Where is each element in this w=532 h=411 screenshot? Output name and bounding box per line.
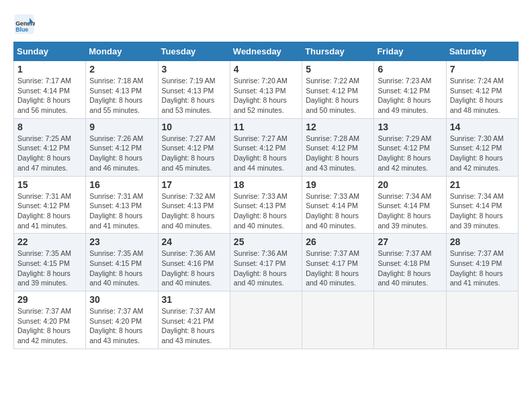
- cell-info: Sunrise: 7:27 AM Sunset: 4:12 PM Dayligh…: [162, 134, 226, 173]
- day-header-friday: Friday: [374, 42, 446, 61]
- calendar-cell: 25 Sunrise: 7:36 AM Sunset: 4:17 PM Dayl…: [230, 234, 302, 291]
- day-number: 20: [378, 179, 442, 190]
- calendar-cell: 4 Sunrise: 7:20 AM Sunset: 4:13 PM Dayli…: [230, 61, 302, 119]
- cell-info: Sunrise: 7:24 AM Sunset: 4:12 PM Dayligh…: [450, 76, 515, 116]
- logo: General Blue: [13, 13, 38, 35]
- day-number: 16: [89, 179, 154, 190]
- calendar-cell: 21 Sunrise: 7:34 AM Sunset: 4:14 PM Dayl…: [446, 176, 518, 234]
- day-number: 10: [162, 122, 226, 132]
- calendar-cell: 10 Sunrise: 7:27 AM Sunset: 4:12 PM Dayl…: [158, 118, 230, 176]
- day-header-saturday: Saturday: [446, 42, 518, 61]
- calendar-cell: 19 Sunrise: 7:33 AM Sunset: 4:14 PM Dayl…: [302, 176, 374, 234]
- day-number: 15: [17, 179, 82, 190]
- cell-info: Sunrise: 7:37 AM Sunset: 4:20 PM Dayligh…: [17, 306, 82, 346]
- cell-info: Sunrise: 7:34 AM Sunset: 4:14 PM Dayligh…: [450, 191, 515, 231]
- cell-info: Sunrise: 7:36 AM Sunset: 4:17 PM Dayligh…: [234, 248, 298, 288]
- day-number: 2: [89, 64, 154, 75]
- day-number: 3: [162, 64, 226, 75]
- day-number: 29: [17, 294, 82, 305]
- day-header-monday: Monday: [86, 42, 158, 61]
- cell-info: Sunrise: 7:25 AM Sunset: 4:12 PM Dayligh…: [17, 134, 82, 173]
- cell-info: Sunrise: 7:19 AM Sunset: 4:13 PM Dayligh…: [162, 76, 226, 116]
- calendar-cell: 16 Sunrise: 7:31 AM Sunset: 4:13 PM Dayl…: [86, 176, 158, 234]
- cell-info: Sunrise: 7:31 AM Sunset: 4:12 PM Dayligh…: [17, 191, 82, 231]
- day-number: 21: [450, 179, 515, 190]
- calendar-cell: 29 Sunrise: 7:37 AM Sunset: 4:20 PM Dayl…: [14, 291, 86, 349]
- cell-info: Sunrise: 7:35 AM Sunset: 4:15 PM Dayligh…: [89, 248, 154, 288]
- cell-info: Sunrise: 7:33 AM Sunset: 4:13 PM Dayligh…: [234, 191, 298, 231]
- day-number: 26: [306, 236, 370, 247]
- day-number: 30: [89, 294, 154, 305]
- calendar-table: SundayMondayTuesdayWednesdayThursdayFrid…: [13, 42, 519, 349]
- calendar-cell: 22 Sunrise: 7:35 AM Sunset: 4:15 PM Dayl…: [14, 234, 86, 291]
- day-header-wednesday: Wednesday: [230, 42, 302, 61]
- calendar-cell: 17 Sunrise: 7:32 AM Sunset: 4:13 PM Dayl…: [158, 176, 230, 234]
- day-number: 12: [306, 122, 370, 132]
- cell-info: Sunrise: 7:28 AM Sunset: 4:12 PM Dayligh…: [306, 134, 370, 173]
- cell-info: Sunrise: 7:32 AM Sunset: 4:13 PM Dayligh…: [162, 191, 226, 231]
- day-number: 28: [450, 236, 515, 247]
- calendar-cell: [374, 291, 446, 349]
- cell-info: Sunrise: 7:35 AM Sunset: 4:15 PM Dayligh…: [17, 248, 82, 288]
- calendar-cell: 15 Sunrise: 7:31 AM Sunset: 4:12 PM Dayl…: [14, 176, 86, 234]
- calendar-cell: 3 Sunrise: 7:19 AM Sunset: 4:13 PM Dayli…: [158, 61, 230, 119]
- day-number: 6: [378, 64, 442, 75]
- calendar-cell: 5 Sunrise: 7:22 AM Sunset: 4:12 PM Dayli…: [302, 61, 374, 119]
- logo-icon: General Blue: [13, 13, 35, 35]
- page-header: General Blue: [13, 13, 519, 35]
- calendar-week-2: 8 Sunrise: 7:25 AM Sunset: 4:12 PM Dayli…: [14, 118, 519, 176]
- cell-info: Sunrise: 7:33 AM Sunset: 4:14 PM Dayligh…: [306, 191, 370, 231]
- cell-info: Sunrise: 7:22 AM Sunset: 4:12 PM Dayligh…: [306, 76, 370, 116]
- calendar-cell: [230, 291, 302, 349]
- svg-text:Blue: Blue: [15, 26, 28, 33]
- calendar-cell: 23 Sunrise: 7:35 AM Sunset: 4:15 PM Dayl…: [86, 234, 158, 291]
- day-number: 31: [162, 294, 226, 305]
- cell-info: Sunrise: 7:23 AM Sunset: 4:12 PM Dayligh…: [378, 76, 442, 116]
- day-number: 9: [89, 122, 154, 132]
- calendar-week-1: 1 Sunrise: 7:17 AM Sunset: 4:14 PM Dayli…: [14, 61, 519, 119]
- day-number: 19: [306, 179, 370, 190]
- day-number: 4: [234, 64, 298, 75]
- calendar-cell: 24 Sunrise: 7:36 AM Sunset: 4:16 PM Dayl…: [158, 234, 230, 291]
- cell-info: Sunrise: 7:37 AM Sunset: 4:20 PM Dayligh…: [89, 306, 154, 346]
- calendar-cell: [302, 291, 374, 349]
- day-number: 18: [234, 179, 298, 190]
- cell-info: Sunrise: 7:36 AM Sunset: 4:16 PM Dayligh…: [162, 248, 226, 288]
- day-number: 1: [17, 64, 82, 75]
- day-number: 5: [306, 64, 370, 75]
- calendar-cell: 13 Sunrise: 7:29 AM Sunset: 4:12 PM Dayl…: [374, 118, 446, 176]
- calendar-cell: 1 Sunrise: 7:17 AM Sunset: 4:14 PM Dayli…: [14, 61, 86, 119]
- cell-info: Sunrise: 7:20 AM Sunset: 4:13 PM Dayligh…: [234, 76, 298, 116]
- cell-info: Sunrise: 7:26 AM Sunset: 4:12 PM Dayligh…: [89, 134, 154, 173]
- calendar-cell: 30 Sunrise: 7:37 AM Sunset: 4:20 PM Dayl…: [86, 291, 158, 349]
- calendar-cell: 8 Sunrise: 7:25 AM Sunset: 4:12 PM Dayli…: [14, 118, 86, 176]
- day-header-sunday: Sunday: [14, 42, 86, 61]
- day-number: 8: [17, 122, 82, 132]
- day-header-thursday: Thursday: [302, 42, 374, 61]
- calendar-cell: 20 Sunrise: 7:34 AM Sunset: 4:14 PM Dayl…: [374, 176, 446, 234]
- cell-info: Sunrise: 7:34 AM Sunset: 4:14 PM Dayligh…: [378, 191, 442, 231]
- cell-info: Sunrise: 7:17 AM Sunset: 4:14 PM Dayligh…: [17, 76, 82, 116]
- day-number: 24: [162, 236, 226, 247]
- day-number: 11: [234, 122, 298, 132]
- calendar-cell: 18 Sunrise: 7:33 AM Sunset: 4:13 PM Dayl…: [230, 176, 302, 234]
- cell-info: Sunrise: 7:37 AM Sunset: 4:19 PM Dayligh…: [450, 248, 515, 288]
- day-number: 25: [234, 236, 298, 247]
- calendar-cell: 9 Sunrise: 7:26 AM Sunset: 4:12 PM Dayli…: [86, 118, 158, 176]
- cell-info: Sunrise: 7:37 AM Sunset: 4:18 PM Dayligh…: [378, 248, 442, 288]
- calendar-cell: 28 Sunrise: 7:37 AM Sunset: 4:19 PM Dayl…: [446, 234, 518, 291]
- cell-info: Sunrise: 7:37 AM Sunset: 4:21 PM Dayligh…: [162, 306, 226, 346]
- cell-info: Sunrise: 7:30 AM Sunset: 4:12 PM Dayligh…: [450, 134, 515, 173]
- day-number: 14: [450, 122, 515, 132]
- day-header-tuesday: Tuesday: [158, 42, 230, 61]
- calendar-week-4: 22 Sunrise: 7:35 AM Sunset: 4:15 PM Dayl…: [14, 234, 519, 291]
- calendar-cell: 12 Sunrise: 7:28 AM Sunset: 4:12 PM Dayl…: [302, 118, 374, 176]
- day-number: 13: [378, 122, 442, 132]
- calendar-cell: 14 Sunrise: 7:30 AM Sunset: 4:12 PM Dayl…: [446, 118, 518, 176]
- cell-info: Sunrise: 7:31 AM Sunset: 4:13 PM Dayligh…: [89, 191, 154, 231]
- calendar-cell: 7 Sunrise: 7:24 AM Sunset: 4:12 PM Dayli…: [446, 61, 518, 119]
- calendar-week-3: 15 Sunrise: 7:31 AM Sunset: 4:12 PM Dayl…: [14, 176, 519, 234]
- cell-info: Sunrise: 7:18 AM Sunset: 4:13 PM Dayligh…: [89, 76, 154, 116]
- calendar-week-5: 29 Sunrise: 7:37 AM Sunset: 4:20 PM Dayl…: [14, 291, 519, 349]
- calendar-cell: 26 Sunrise: 7:37 AM Sunset: 4:17 PM Dayl…: [302, 234, 374, 291]
